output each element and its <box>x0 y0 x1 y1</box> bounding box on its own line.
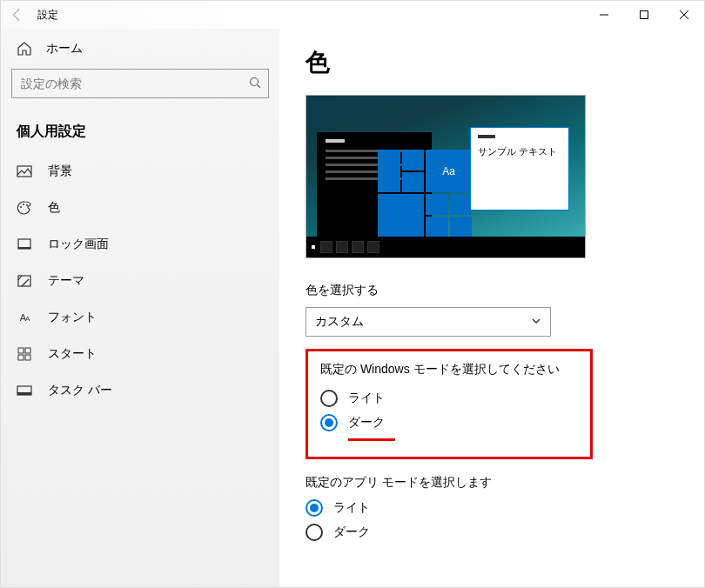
sidebar-item-label: スタート <box>48 346 97 362</box>
home-icon <box>17 41 32 57</box>
svg-point-8 <box>23 204 24 205</box>
radio-icon <box>306 499 323 517</box>
lockscreen-icon <box>17 237 32 252</box>
sidebar-item-lockscreen[interactable]: ロック画面 <box>1 226 279 263</box>
sidebar-item-background[interactable]: 背景 <box>1 153 279 190</box>
search-input[interactable] <box>21 77 249 90</box>
minimize-button[interactable] <box>584 1 624 29</box>
svg-rect-11 <box>18 247 30 249</box>
color-select-label: 色を選択する <box>306 283 704 298</box>
theme-icon <box>17 273 32 289</box>
sidebar-item-start[interactable]: スタート <box>1 336 279 372</box>
home-label: ホーム <box>46 41 83 57</box>
svg-rect-18 <box>17 392 31 395</box>
maximize-button[interactable] <box>624 1 664 29</box>
sidebar-item-label: 色 <box>48 200 60 216</box>
taskbar-icon <box>17 383 32 398</box>
windows-mode-highlight: 既定の Windows モードを選択してください ライト ダーク <box>306 349 593 459</box>
titlebar: 設定 <box>1 1 704 29</box>
app-mode-light-radio[interactable]: ライト <box>306 499 704 517</box>
sidebar-item-label: タスク バー <box>48 383 112 398</box>
highlight-underline <box>348 438 395 441</box>
sidebar-item-colors[interactable]: 色 <box>1 190 279 226</box>
home-button[interactable]: ホーム <box>1 29 279 69</box>
chevron-down-icon <box>531 315 541 329</box>
radio-label: ダーク <box>348 415 385 431</box>
color-select-value: カスタム <box>315 314 364 330</box>
svg-rect-16 <box>25 355 30 360</box>
main-content: 色 Aa サンプル テキスト 色を選択する <box>279 29 704 587</box>
sidebar-item-label: フォント <box>48 310 97 325</box>
svg-point-9 <box>26 204 28 206</box>
radio-icon <box>320 390 338 407</box>
section-heading: 個人用設定 <box>1 114 279 153</box>
color-preview: Aa サンプル テキスト <box>306 95 586 258</box>
sidebar-item-label: 背景 <box>48 164 72 179</box>
sidebar-item-label: ロック画面 <box>48 237 109 252</box>
preview-sample-text: サンプル テキスト <box>478 146 557 157</box>
radio-label: ダーク <box>333 525 370 540</box>
windows-mode-dark-radio[interactable]: ダーク <box>320 414 578 431</box>
radio-icon <box>306 524 323 541</box>
palette-icon <box>17 200 32 216</box>
svg-rect-13 <box>18 348 24 353</box>
preview-aa-tile: Aa <box>426 150 472 192</box>
search-icon <box>249 77 261 91</box>
app-mode-label: 既定のアプリ モードを選択します <box>306 475 704 491</box>
windows-mode-label: 既定の Windows モードを選択してください <box>320 362 578 378</box>
picture-icon <box>17 164 32 179</box>
search-box[interactable] <box>11 69 269 98</box>
svg-point-7 <box>20 206 22 208</box>
radio-icon <box>320 414 338 431</box>
font-icon: AA <box>17 310 32 325</box>
windows-mode-light-radio[interactable]: ライト <box>320 390 578 407</box>
sidebar-item-label: テーマ <box>48 273 84 289</box>
svg-point-4 <box>251 77 258 85</box>
page-title: 色 <box>306 46 704 79</box>
sidebar: ホーム 個人用設定 背景 色 ロック画面 テーマ <box>1 29 279 587</box>
close-button[interactable] <box>664 1 704 29</box>
svg-rect-1 <box>641 11 648 19</box>
app-title: 設定 <box>37 8 58 23</box>
svg-rect-15 <box>18 355 24 360</box>
back-icon[interactable] <box>10 7 25 23</box>
sidebar-item-fonts[interactable]: AA フォント <box>1 299 279 336</box>
color-select[interactable]: カスタム <box>306 307 551 337</box>
radio-label: ライト <box>333 500 370 516</box>
sidebar-item-taskbar[interactable]: タスク バー <box>1 372 279 409</box>
sidebar-item-themes[interactable]: テーマ <box>1 263 279 299</box>
svg-rect-14 <box>25 348 30 353</box>
radio-label: ライト <box>348 391 385 406</box>
app-mode-dark-radio[interactable]: ダーク <box>306 524 704 541</box>
svg-line-5 <box>258 84 261 88</box>
start-icon <box>17 346 32 362</box>
